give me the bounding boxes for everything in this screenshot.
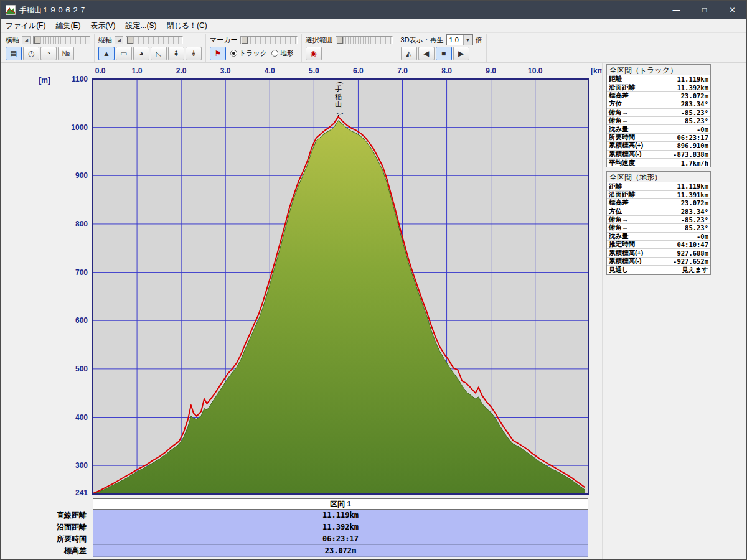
stats-row-label: 推定時間 bbox=[609, 240, 635, 249]
section-header-spacer bbox=[1, 498, 93, 510]
stats-row-label: 沈み量 bbox=[609, 232, 629, 241]
stats-row-value: -0m bbox=[697, 233, 708, 240]
h-axis-zoom-slider[interactable] bbox=[33, 36, 90, 44]
stats-row-value: 11.392km bbox=[677, 84, 708, 91]
close-button[interactable]: ✕ bbox=[718, 1, 746, 19]
stats-row: 標高差23.072m bbox=[607, 92, 710, 100]
playback-speed-unit: 倍 bbox=[476, 35, 482, 45]
stats-row-value: 283.34° bbox=[681, 208, 708, 215]
peak-marker-paren: ( bbox=[337, 82, 344, 84]
stats-section-terrain: 全区間（地形） 距離11.119km沿面距離11.391km標高差23.072m… bbox=[606, 171, 711, 274]
stats-row-label: 俯角← bbox=[609, 116, 629, 125]
section-row-value: 23.072m bbox=[93, 545, 588, 557]
marker-flag-icon[interactable]: ⚑ bbox=[210, 47, 226, 60]
stats-row-label: 見通し bbox=[609, 266, 629, 274]
toolbar-group-vertical-axis: 縦軸 ◢ ▲▭◕◺⇞⇟ bbox=[95, 34, 206, 62]
marker-slider[interactable] bbox=[240, 36, 298, 44]
stats-row-label: 沿面距離 bbox=[609, 83, 635, 92]
clock-axis-icon[interactable]: ◷ bbox=[23, 47, 39, 60]
selection-clear-icon[interactable]: ◉ bbox=[306, 47, 322, 60]
menu-item[interactable]: 表示(V) bbox=[85, 19, 120, 32]
distance-axis-icon[interactable]: ▤ bbox=[6, 47, 22, 60]
section-row-value: 11.119km bbox=[93, 510, 588, 521]
stats-row-label: 距離 bbox=[609, 75, 622, 83]
stats-row: 所要時間06:23:17 bbox=[607, 134, 710, 142]
peak-marker-paren: ) bbox=[337, 113, 344, 115]
radio-track-circle[interactable] bbox=[230, 50, 237, 57]
stats-row-value: 11.391km bbox=[677, 191, 708, 198]
x-tick-label: 9.0 bbox=[486, 67, 496, 75]
stats-row-value: 85.23° bbox=[685, 117, 708, 124]
stats-row: 距離11.119km bbox=[607, 75, 710, 83]
stats-row: 距離11.119km bbox=[607, 182, 710, 190]
elevation-axis-icon[interactable]: ▲ bbox=[98, 47, 115, 60]
stats-row-label: 俯角→ bbox=[609, 215, 629, 224]
menu-item[interactable]: 編集(E) bbox=[50, 19, 85, 32]
chart-panel: 0.01.02.03.04.05.06.07.08.09.010.0[km]24… bbox=[1, 63, 602, 559]
playback-speed-select[interactable]: 1.0 ▼ bbox=[446, 34, 473, 45]
stats-row: 俯角←85.23° bbox=[607, 117, 710, 125]
x-tick-label: 3.0 bbox=[220, 67, 231, 75]
rewind-icon[interactable]: ◀ bbox=[418, 47, 435, 60]
chevron-down-icon[interactable]: ▼ bbox=[463, 35, 472, 45]
flat-axis-icon[interactable]: ▭ bbox=[116, 47, 132, 60]
gauge-axis-icon[interactable]: ◕ bbox=[133, 47, 149, 60]
stats-row-value: 927.688m bbox=[677, 250, 708, 257]
radio-terrain-circle[interactable] bbox=[271, 50, 278, 57]
v-axis-zoom-slider[interactable] bbox=[126, 36, 183, 44]
stats-row-value: 85.23° bbox=[685, 224, 708, 231]
toolbar-group-selection: 選択範囲 ◉ bbox=[302, 34, 397, 62]
time-axis-icon[interactable]: ◔ bbox=[40, 47, 57, 60]
radio-terrain-label: 地形 bbox=[280, 49, 294, 58]
stats-row: 見通し見えます bbox=[607, 266, 710, 274]
radio-track-label: トラック bbox=[239, 49, 267, 58]
stats-row: 沿面距離11.391km bbox=[607, 191, 710, 199]
peak-marker-label: 稲 bbox=[335, 93, 342, 100]
number-axis-icon[interactable]: № bbox=[58, 47, 74, 60]
toolbar-group-playback: 3D表示・再生 1.0 ▼ 倍 ◭◀■▶ bbox=[397, 34, 487, 62]
stats-terrain-header: 全区間（地形） bbox=[607, 172, 710, 182]
minimize-button[interactable]: — bbox=[662, 1, 690, 19]
stop-icon[interactable]: ■ bbox=[436, 47, 452, 60]
stats-row: 沈み量-0m bbox=[607, 233, 710, 241]
slider-thumb[interactable] bbox=[127, 37, 133, 44]
elevation-profile-chart[interactable]: 0.01.02.03.04.05.06.07.08.09.010.0[km]24… bbox=[1, 63, 602, 498]
h-axis-zoom-icon: ◢ bbox=[22, 36, 31, 44]
stats-row-label: 俯角← bbox=[609, 223, 629, 232]
stats-row-value: -85.23° bbox=[681, 216, 708, 223]
radio-terrain[interactable]: 地形 bbox=[271, 49, 294, 58]
menu-item[interactable]: 閉じる！(C) bbox=[161, 19, 212, 32]
stats-row: 方位283.34° bbox=[607, 100, 710, 108]
stats-row-value: 見えます bbox=[682, 266, 708, 274]
section-header-row: 区間 1 bbox=[1, 498, 588, 510]
slider-thumb[interactable] bbox=[34, 37, 40, 44]
x-tick-label: 10.0 bbox=[528, 67, 543, 75]
stats-row-label: 標高差 bbox=[609, 91, 629, 100]
y-tick-label: 600 bbox=[75, 316, 88, 325]
h-axis-label: 横軸 bbox=[6, 35, 19, 45]
x-tick-label: 0.0 bbox=[95, 67, 106, 75]
stats-row-label: 累積標高(+) bbox=[609, 249, 643, 258]
section-row-label: 沿面距離 bbox=[1, 521, 93, 533]
descend-axis-icon[interactable]: ⇟ bbox=[186, 47, 202, 60]
menu-item[interactable]: ファイル(F) bbox=[1, 19, 50, 32]
y-tick-label: 400 bbox=[75, 413, 88, 422]
slider-thumb[interactable] bbox=[242, 37, 248, 44]
slider-thumb[interactable] bbox=[337, 37, 343, 44]
section-row: 標高差23.072m bbox=[1, 545, 588, 557]
stats-row: 俯角→-85.23° bbox=[607, 216, 710, 224]
play-icon[interactable]: ▶ bbox=[453, 47, 469, 60]
slope-axis-icon[interactable]: ◺ bbox=[151, 47, 167, 60]
x-tick-label: 7.0 bbox=[397, 67, 408, 75]
section-row: 沿面距離11.392km bbox=[1, 521, 588, 533]
section-header: 区間 1 bbox=[93, 498, 588, 510]
ascend-axis-icon[interactable]: ⇞ bbox=[168, 47, 184, 60]
stats-row-label: 所要時間 bbox=[609, 133, 635, 142]
radio-track[interactable]: トラック bbox=[230, 49, 267, 58]
x-tick-label: 2.0 bbox=[176, 67, 187, 75]
maximize-button[interactable]: □ bbox=[690, 1, 718, 19]
selection-slider[interactable] bbox=[336, 36, 393, 44]
menu-item[interactable]: 設定...(S) bbox=[120, 19, 161, 32]
view-3d-icon[interactable]: ◭ bbox=[401, 47, 417, 60]
stats-row: 累積標高(+)896.910m bbox=[607, 142, 710, 150]
